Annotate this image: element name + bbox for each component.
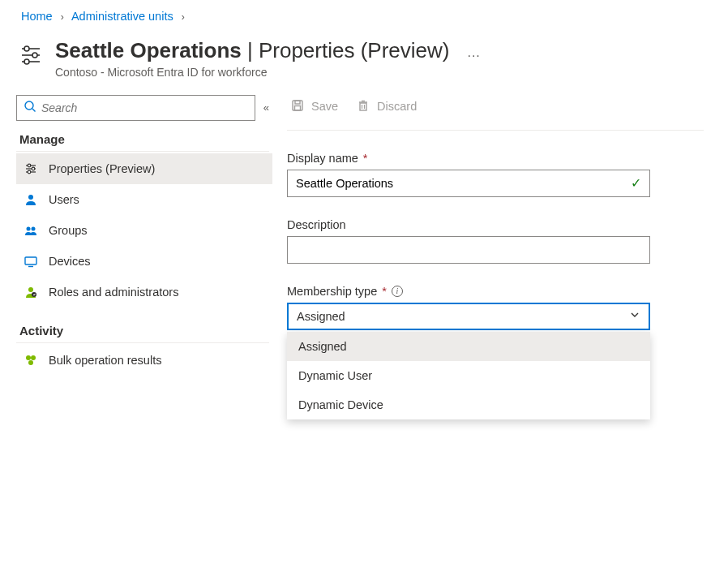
- toolbar: Save Discard: [277, 93, 704, 130]
- sidebar-item-label: Users: [49, 193, 79, 206]
- svg-rect-17: [25, 257, 36, 264]
- svg-rect-27: [360, 103, 366, 110]
- validation-check-icon: ✓: [631, 175, 641, 191]
- breadcrumb-admin-units[interactable]: Administrative units: [71, 10, 173, 23]
- breadcrumb-sep: ›: [61, 11, 64, 23]
- description-input-wrap[interactable]: [287, 236, 650, 264]
- settings-sliders-icon: [23, 161, 39, 176]
- svg-point-11: [32, 167, 35, 170]
- sidebar-item-label: Roles and administrators: [49, 286, 178, 299]
- search-icon: [24, 100, 36, 115]
- svg-point-6: [25, 101, 33, 110]
- info-icon[interactable]: i: [392, 286, 403, 297]
- svg-point-15: [27, 226, 31, 230]
- display-name-input[interactable]: [296, 177, 631, 190]
- field-membership-type: Membership type * i Assigned Assigned Dy…: [287, 285, 650, 381]
- dropdown-option-dynamic-user[interactable]: Dynamic User: [287, 361, 650, 390]
- sidebar-section-activity: Activity: [19, 324, 277, 338]
- svg-rect-25: [295, 101, 300, 104]
- svg-point-1: [24, 46, 29, 51]
- svg-line-7: [32, 109, 36, 112]
- page-subtitle: Contoso - Microsoft Entra ID for workfor…: [55, 66, 449, 79]
- divider: [16, 151, 269, 152]
- sidebar-item-label: Devices: [49, 255, 91, 268]
- description-label: Description: [287, 218, 346, 231]
- main-content: Save Discard Display name * ✓: [277, 93, 728, 381]
- display-name-label: Display name: [287, 152, 358, 165]
- save-label: Save: [311, 100, 338, 113]
- svg-point-19: [28, 287, 33, 292]
- svg-point-22: [31, 355, 36, 360]
- required-indicator: *: [382, 285, 387, 298]
- sidebar-item-label: Groups: [49, 224, 88, 237]
- sidebar-item-users[interactable]: Users: [16, 184, 272, 215]
- admin-icon: [23, 285, 39, 299]
- required-indicator: *: [363, 152, 368, 165]
- sidebar-search-box[interactable]: [16, 95, 255, 121]
- save-button[interactable]: Save: [290, 98, 338, 115]
- divider: [16, 342, 269, 343]
- user-icon: [23, 192, 39, 207]
- breadcrumb-sep-end: ›: [182, 11, 185, 23]
- svg-point-23: [28, 360, 33, 365]
- dropdown-option-assigned[interactable]: Assigned: [287, 332, 650, 361]
- svg-point-13: [28, 170, 31, 174]
- more-menu-button[interactable]: ···: [467, 49, 480, 63]
- svg-point-9: [28, 164, 31, 167]
- display-name-input-wrap[interactable]: ✓: [287, 170, 650, 197]
- trash-icon: [356, 98, 370, 115]
- page-title: Seattle Operations | Properties (Preview…: [55, 37, 449, 64]
- field-display-name: Display name * ✓: [287, 152, 650, 197]
- settings-sliders-icon: [18, 42, 44, 71]
- sidebar-item-groups[interactable]: Groups: [16, 215, 272, 246]
- membership-type-value: Assigned: [297, 310, 345, 323]
- sidebar-item-bulk[interactable]: Bulk operation results: [16, 345, 272, 376]
- divider: [287, 130, 704, 131]
- sidebar-search-input[interactable]: [41, 101, 248, 114]
- sidebar: « Manage Properties (Preview) Users Grou…: [0, 93, 277, 381]
- sidebar-item-label: Properties (Preview): [49, 162, 155, 175]
- bulk-results-icon: [23, 353, 39, 368]
- svg-point-3: [32, 53, 37, 58]
- svg-point-16: [32, 226, 36, 230]
- sidebar-item-devices[interactable]: Devices: [16, 246, 272, 277]
- svg-point-14: [28, 195, 33, 200]
- sidebar-item-label: Bulk operation results: [49, 354, 161, 367]
- chevron-down-icon: [629, 309, 640, 323]
- svg-point-21: [26, 355, 31, 360]
- sidebar-section-manage: Manage: [19, 132, 277, 146]
- svg-point-5: [24, 59, 29, 64]
- sidebar-item-roles[interactable]: Roles and administrators: [16, 277, 272, 308]
- title-entity-name: Seattle Operations: [55, 38, 242, 62]
- page-header: Seattle Operations | Properties (Preview…: [0, 29, 728, 93]
- sidebar-item-properties[interactable]: Properties (Preview): [16, 153, 272, 184]
- membership-type-select[interactable]: Assigned: [287, 303, 650, 330]
- discard-label: Discard: [377, 100, 417, 113]
- dropdown-option-dynamic-device[interactable]: Dynamic Device: [287, 390, 650, 419]
- description-input[interactable]: [296, 243, 641, 256]
- svg-rect-26: [295, 105, 301, 110]
- group-icon: [23, 223, 39, 238]
- device-icon: [23, 254, 39, 269]
- field-description: Description: [287, 218, 650, 264]
- breadcrumb-home[interactable]: Home: [21, 10, 53, 23]
- svg-point-20: [32, 292, 36, 297]
- save-icon: [290, 98, 305, 115]
- breadcrumb: Home › Administrative units ›: [0, 0, 728, 29]
- discard-button[interactable]: Discard: [356, 98, 417, 115]
- title-page-name: Properties (Preview): [259, 38, 450, 62]
- membership-type-label: Membership type: [287, 285, 377, 298]
- collapse-sidebar-button[interactable]: «: [263, 101, 269, 114]
- membership-type-dropdown: Assigned Dynamic User Dynamic Device: [287, 332, 650, 419]
